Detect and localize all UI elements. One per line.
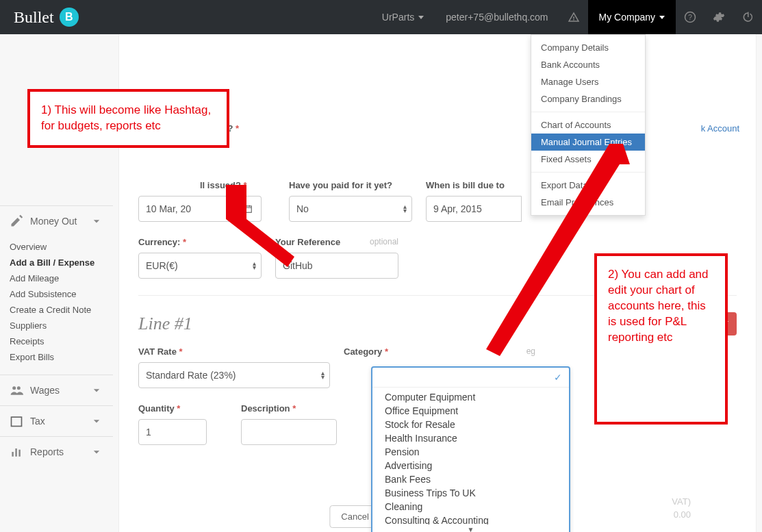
- category-option[interactable]: Bank Fees: [372, 472, 569, 486]
- annotation-1: 1) This will become like Hashtag, for bu…: [27, 89, 229, 148]
- category-selected[interactable]: ✓: [372, 368, 569, 388]
- my-company-menu[interactable]: My Company: [588, 0, 676, 34]
- chevron-down-icon: [418, 16, 424, 19]
- sidebar-reports[interactable]: Reports: [0, 437, 113, 467]
- chevron-down-icon: [90, 214, 103, 228]
- annotation-2: 2) You can add and edit your chart of ac…: [594, 253, 728, 425]
- nav-add-subsistence[interactable]: Add Subsistence: [10, 286, 113, 302]
- nav-add-bill[interactable]: Add a Bill / Expense: [10, 255, 113, 270]
- edit-icon: [10, 214, 23, 228]
- alert-icon[interactable]: [559, 0, 588, 34]
- nav-overview[interactable]: Overview: [10, 239, 113, 255]
- scroll-down-icon[interactable]: ▼: [372, 524, 569, 532]
- nav-receipts[interactable]: Receipts: [10, 333, 113, 349]
- my-company-label: My Company: [599, 12, 655, 23]
- vat-select[interactable]: [138, 362, 330, 388]
- sidebar-wages[interactable]: Wages: [0, 375, 113, 405]
- category-dropdown[interactable]: ✓ Computer EquipmentOffice EquipmentStoc…: [371, 366, 570, 532]
- urparts-label: UrParts: [382, 12, 414, 23]
- dd-manage-users[interactable]: Manage Users: [531, 73, 645, 90]
- dd-bank-accounts[interactable]: Bank Accounts: [531, 56, 645, 73]
- urparts-menu[interactable]: UrParts: [371, 0, 435, 34]
- vat-label: VAT Rate *: [138, 346, 330, 357]
- nav-export-bills[interactable]: Export Bills: [10, 349, 113, 365]
- top-nav: Bullet B UrParts peter+75@bullethq.com M…: [0, 0, 762, 34]
- nav-add-mileage[interactable]: Add Mileage: [10, 270, 113, 286]
- sidebar-reports-label: Reports: [30, 446, 64, 457]
- dd-company-brandings[interactable]: Company Brandings: [531, 90, 645, 107]
- gear-icon[interactable]: [704, 0, 733, 34]
- sidebar-money-out[interactable]: Money Out: [0, 206, 113, 236]
- bank-account-link[interactable]: k Account: [701, 123, 739, 134]
- category-option[interactable]: Health Insurance: [372, 431, 569, 445]
- user-email[interactable]: peter+75@bullethq.com: [435, 0, 559, 34]
- people-icon: [10, 383, 23, 397]
- chevron-down-icon: [90, 383, 103, 397]
- chart-icon: [10, 445, 23, 459]
- desc-input[interactable]: [241, 419, 337, 445]
- help-icon[interactable]: ?: [676, 0, 704, 34]
- category-option[interactable]: Computer Equipment: [372, 390, 569, 404]
- svg-text:?: ?: [688, 13, 692, 21]
- category-option[interactable]: Stock for Resale: [372, 418, 569, 431]
- chevron-down-icon: [90, 445, 103, 459]
- svg-marker-6: [226, 185, 294, 267]
- nav-suppliers[interactable]: Suppliers: [10, 318, 113, 333]
- sidebar-tax-label: Tax: [30, 416, 45, 427]
- logo-badge: B: [60, 8, 79, 27]
- qty-label: Quantity *: [138, 403, 227, 414]
- category-option[interactable]: Business Trips To UK: [372, 486, 569, 500]
- svg-point-2: [12, 386, 16, 390]
- logo-text: Bullet: [14, 8, 54, 27]
- category-option[interactable]: Office Equipment: [372, 404, 569, 418]
- category-option[interactable]: Cleaning: [372, 500, 569, 514]
- svg-rect-4: [12, 417, 22, 426]
- logo[interactable]: Bullet B: [0, 8, 92, 27]
- calendar-icon: [10, 414, 23, 428]
- who-from-label: it from? *: [200, 123, 460, 134]
- desc-label: Description *: [241, 403, 357, 414]
- bill-issued-input[interactable]: [138, 196, 234, 222]
- email-label: peter+75@bullethq.com: [446, 12, 548, 23]
- category-option[interactable]: Advertising: [372, 459, 569, 472]
- chevron-down-icon: [659, 16, 665, 19]
- sidebar-money-out-label: Money Out: [30, 216, 77, 227]
- sidebar-tax[interactable]: Tax: [0, 406, 113, 436]
- power-icon[interactable]: [733, 0, 762, 34]
- category-option[interactable]: Pension: [372, 445, 569, 459]
- qty-input[interactable]: [138, 419, 207, 445]
- nav-create-credit[interactable]: Create a Credit Note: [10, 302, 113, 318]
- chevron-down-icon: [90, 414, 103, 428]
- category-option[interactable]: Consulting & Accounting: [372, 514, 569, 524]
- line-title: Line #1: [138, 314, 192, 334]
- svg-point-3: [17, 386, 21, 390]
- dd-chart-accounts[interactable]: Chart of Accounts: [531, 116, 645, 134]
- dd-company-details[interactable]: Company Details: [531, 39, 645, 56]
- sidebar-wages-label: Wages: [30, 385, 60, 396]
- annotation-arrow-1: [226, 185, 308, 274]
